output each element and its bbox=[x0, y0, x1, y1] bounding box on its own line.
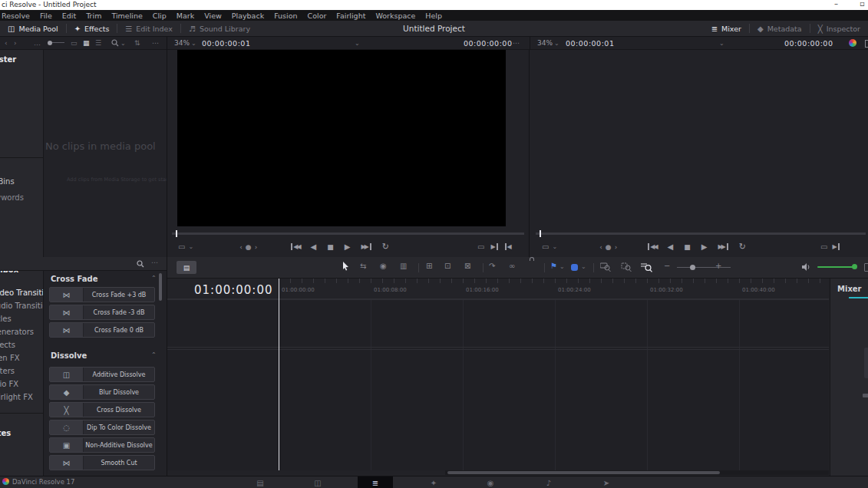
category-video-transitions[interactable]: Video Transitions bbox=[0, 286, 43, 299]
category-effects[interactable]: Effects bbox=[0, 338, 43, 351]
menu-view[interactable]: View bbox=[204, 12, 222, 20]
timeline-loop-button[interactable]: ↻ bbox=[739, 242, 746, 252]
timeline-dropdown-icon[interactable]: ⌄ bbox=[719, 40, 724, 47]
custom-zoom-icon[interactable] bbox=[641, 262, 652, 272]
effects-options-icon[interactable]: ⋯ bbox=[151, 259, 158, 266]
source-scrub-bar[interactable] bbox=[172, 232, 524, 235]
source-cinema-viewer-icon[interactable]: ▭ bbox=[477, 242, 484, 251]
source-play-button[interactable]: ▶ bbox=[345, 242, 351, 251]
resolve-color-logo-icon[interactable] bbox=[849, 39, 856, 47]
category-generators[interactable]: Generators bbox=[0, 325, 43, 338]
mixer-fader[interactable] bbox=[864, 348, 868, 378]
zoom-in-button[interactable]: + bbox=[715, 262, 721, 270]
timeline-tracks-area[interactable] bbox=[167, 299, 829, 470]
category-titles[interactable]: Titles bbox=[0, 312, 43, 325]
source-display-mode-icon[interactable]: ▭ bbox=[178, 242, 185, 251]
transition-non-additive-dissolve[interactable]: ▣ Non-Additive Dissolve bbox=[49, 437, 155, 453]
media-pool-content[interactable]: No clips in media pool Add clips from Me… bbox=[44, 50, 167, 257]
source-goto-out-icon[interactable]: ▶ bbox=[490, 243, 497, 250]
retime-curve-icon[interactable]: ↷ bbox=[489, 262, 495, 270]
timeline-playhead-timecode[interactable]: 01:00:00:00 bbox=[194, 283, 273, 297]
timeline-scrub-playhead[interactable] bbox=[540, 230, 541, 237]
menu-mark[interactable]: Mark bbox=[177, 12, 194, 20]
grab-still-icon[interactable] bbox=[865, 40, 868, 48]
timeline-cinema-viewer-icon[interactable]: ▭ bbox=[820, 242, 827, 251]
section-dissolve-collapse-icon[interactable]: ⌃ bbox=[151, 351, 157, 358]
sound-library-button[interactable]: ♬ Sound Library bbox=[181, 21, 258, 36]
overwrite-clip-icon[interactable]: ⊡ bbox=[444, 262, 451, 270]
selection-mode-icon[interactable] bbox=[342, 261, 350, 271]
maximize-button[interactable]: ▫ bbox=[860, 0, 865, 8]
timeline-view-options-button[interactable]: ▤ bbox=[177, 261, 196, 274]
transition-cross-fade-minus3[interactable]: ⋈ Cross Fade -3 dB bbox=[49, 305, 155, 320]
media-search-icon[interactable] bbox=[111, 39, 119, 47]
marker-chevron-icon[interactable]: ⌄ bbox=[581, 263, 586, 270]
source-display-chevron-icon[interactable]: ⌄ bbox=[188, 243, 193, 250]
detail-zoom-icon[interactable] bbox=[621, 262, 632, 272]
bin-keywords[interactable]: Keywords bbox=[0, 193, 43, 202]
source-play-reverse-button[interactable]: ◀ bbox=[311, 242, 317, 251]
menu-clip[interactable]: Clip bbox=[153, 12, 167, 20]
source-scrub-playhead[interactable] bbox=[176, 230, 177, 237]
bin-forward-icon[interactable]: › bbox=[14, 39, 17, 47]
transition-cross-fade-0[interactable]: ⋈ Cross Fade 0 dB bbox=[49, 322, 155, 338]
tab-media[interactable]: ▤ bbox=[243, 476, 278, 488]
source-jog-control[interactable]: ‹●› bbox=[239, 243, 260, 251]
timeline-stop-button[interactable]: ■ bbox=[684, 243, 691, 251]
timeline-first-frame-button[interactable]: ◀◀ bbox=[648, 243, 656, 250]
transition-cross-dissolve[interactable]: ╳ Cross Dissolve bbox=[49, 402, 155, 417]
left-panel-divider[interactable] bbox=[167, 50, 167, 476]
tab-color[interactable]: ◉ bbox=[473, 476, 508, 488]
timeline-zoom-slider[interactable] bbox=[677, 267, 731, 268]
effects-search-icon[interactable] bbox=[137, 260, 144, 268]
menu-trim[interactable]: Trim bbox=[86, 12, 101, 20]
insert-clip-icon[interactable]: ⊞ bbox=[426, 262, 432, 270]
timeline-play-button[interactable]: ▶ bbox=[701, 242, 708, 251]
category-open-fx[interactable]: Open FX bbox=[0, 351, 43, 364]
tab-fusion[interactable]: ✦ bbox=[416, 476, 451, 488]
source-first-frame-button[interactable]: ◀◀ bbox=[291, 243, 299, 250]
category-filters[interactable]: Filters bbox=[0, 364, 43, 378]
menu-fairlight[interactable]: Fairlight bbox=[336, 12, 365, 20]
bin-smart-bins[interactable]: Smart Bins bbox=[0, 177, 43, 186]
tab-cut[interactable]: ◫ bbox=[300, 476, 335, 488]
timeline-display-chevron-icon[interactable]: ⌄ bbox=[552, 243, 557, 250]
source-last-frame-button[interactable]: ▶▶ bbox=[361, 243, 371, 250]
tab-fairlight[interactable]: ♪ bbox=[531, 476, 566, 488]
audio-mute-icon[interactable] bbox=[802, 262, 811, 272]
timeline-goto-out-icon[interactable]: ▶ bbox=[832, 243, 839, 250]
flag-icon[interactable]: ⚑ bbox=[550, 262, 557, 270]
link-clips-icon[interactable]: ∞ bbox=[509, 262, 515, 270]
flag-chevron-icon[interactable]: ⌄ bbox=[559, 263, 565, 270]
transition-additive-dissolve[interactable]: ◫ Additive Dissolve bbox=[49, 367, 155, 382]
tab-deliver[interactable]: ➤ bbox=[589, 476, 624, 488]
source-stop-button[interactable]: ■ bbox=[327, 243, 334, 251]
category-favorites[interactable]: Favorites bbox=[0, 427, 43, 440]
list-view-icon[interactable]: ☰ bbox=[95, 39, 101, 47]
bin-master[interactable]: Master bbox=[0, 55, 43, 64]
category-fairlight-fx[interactable]: Fairlight FX bbox=[0, 391, 43, 404]
menu-help[interactable]: Help bbox=[425, 12, 442, 20]
menu-resolve[interactable]: Resolve bbox=[2, 12, 30, 20]
timeline-scrub-bar[interactable] bbox=[536, 232, 866, 235]
dynamic-trim-mode-icon[interactable]: ◉ bbox=[380, 262, 387, 270]
inspector-button[interactable]: ╳ Inspector bbox=[810, 21, 868, 36]
strip-view-icon[interactable]: ▭ bbox=[71, 39, 78, 47]
thumb-size-handle[interactable] bbox=[48, 41, 52, 45]
category-audio-transitions[interactable]: Audio Transitions bbox=[0, 299, 43, 312]
source-options-icon[interactable]: ⋯ bbox=[513, 39, 520, 47]
bin-more-icon[interactable]: … bbox=[34, 39, 41, 47]
timeline-zoom-level[interactable]: 34% bbox=[537, 39, 553, 47]
transition-cross-fade-plus3[interactable]: ⋈ Cross Fade +3 dB bbox=[49, 287, 155, 302]
source-zoom-level[interactable]: 34% bbox=[174, 39, 190, 47]
source-clip-dropdown-icon[interactable]: ⌄ bbox=[355, 40, 360, 47]
transition-blur-dissolve[interactable]: ◆ Blur Dissolve bbox=[49, 384, 155, 400]
menu-workspace[interactable]: Workspace bbox=[375, 12, 415, 20]
tab-edit[interactable]: ≣ bbox=[358, 476, 393, 488]
zoom-out-button[interactable]: − bbox=[664, 262, 670, 270]
search-chevron-icon[interactable]: ⌄ bbox=[120, 40, 126, 47]
mixer-fader-handle[interactable] bbox=[863, 394, 868, 397]
transition-smooth-cut[interactable]: ⋈ Smooth Cut bbox=[49, 455, 155, 470]
edit-index-button[interactable]: ☰ Edit Index bbox=[117, 21, 180, 36]
bin-back-icon[interactable]: ‹ bbox=[5, 39, 8, 47]
